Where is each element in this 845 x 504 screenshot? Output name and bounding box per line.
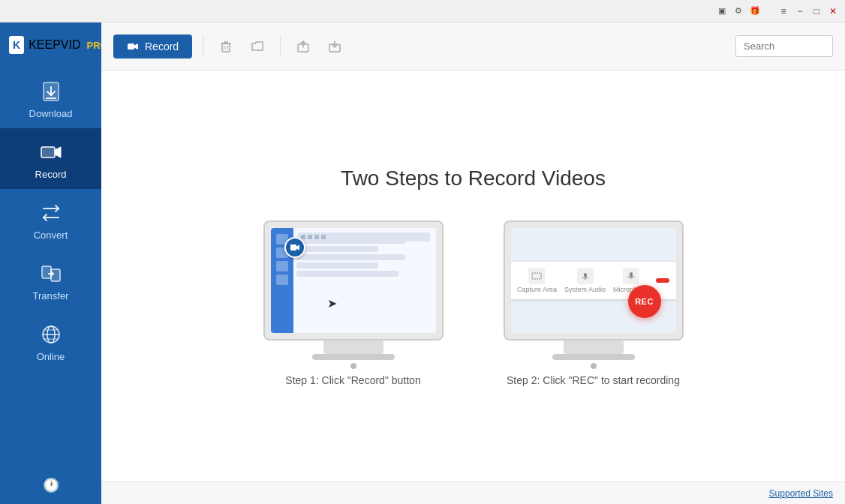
record-badge bbox=[284, 237, 305, 258]
sidebar-item-record-label: Record bbox=[35, 169, 67, 180]
supported-sites-link[interactable]: Supported Sites bbox=[769, 488, 833, 499]
microphone-svg bbox=[627, 272, 636, 280]
cursor-icon: ➤ bbox=[327, 296, 337, 310]
step2-screen-content: Capture Area bbox=[511, 228, 676, 333]
step1-mini-dot-4 bbox=[276, 274, 288, 285]
folder-button[interactable] bbox=[245, 34, 269, 58]
sidebar-item-transfer-label: Transfer bbox=[33, 290, 69, 302]
settings-icon[interactable]: ⚙ bbox=[732, 5, 744, 17]
convert-icon bbox=[39, 201, 63, 225]
sidebar-item-download-label: Download bbox=[29, 108, 73, 119]
svg-rect-3 bbox=[41, 147, 55, 158]
toolbar-mini-btn-2 bbox=[308, 235, 312, 239]
rec-button-label: REC bbox=[635, 297, 654, 306]
step1-item: ➤ bbox=[263, 220, 444, 386]
content-footer: Supported Sites bbox=[101, 482, 845, 504]
logo-brand: KEEPVID bbox=[29, 38, 80, 52]
app-body: K KEEPVID PRO Download Record bbox=[0, 22, 845, 504]
content-line-5 bbox=[296, 271, 399, 277]
step2-monitor: Capture Area bbox=[504, 220, 684, 359]
logo-icon: K bbox=[9, 36, 24, 54]
svg-rect-20 bbox=[584, 273, 587, 278]
content-line-3 bbox=[296, 254, 406, 260]
step1-label: Step 1: Click "Record" button bbox=[285, 374, 420, 386]
capture-area-icon bbox=[528, 268, 545, 284]
toolbar-mini-btn-4 bbox=[321, 235, 326, 239]
step1-screen-content: ➤ bbox=[271, 228, 436, 333]
close-button[interactable]: ✕ bbox=[827, 5, 839, 17]
clock-icon[interactable]: 🕐 bbox=[43, 477, 59, 494]
download-icon bbox=[39, 80, 63, 104]
title-bar: ▣ ⚙ 🎁 ≡ − □ ✕ bbox=[0, 0, 845, 22]
maximize-button[interactable]: □ bbox=[810, 5, 822, 17]
svg-rect-11 bbox=[128, 44, 134, 50]
record-button[interactable]: Record bbox=[113, 34, 192, 58]
folder-icon bbox=[251, 40, 264, 53]
sidebar-bottom: 🕐 bbox=[0, 466, 101, 504]
step2-screen-inner: Capture Area bbox=[511, 228, 676, 333]
system-audio-svg bbox=[581, 272, 590, 280]
sidebar-item-transfer[interactable]: Transfer bbox=[0, 250, 101, 310]
record-btn-icon bbox=[127, 40, 139, 52]
svg-rect-22 bbox=[630, 272, 633, 278]
share-icon bbox=[296, 40, 310, 53]
online-icon bbox=[39, 322, 63, 346]
monitor-stand-1 bbox=[323, 340, 383, 354]
sidebar-item-convert[interactable]: Convert bbox=[0, 189, 101, 250]
monitor-base-2 bbox=[552, 354, 635, 360]
step1-mini-dot-3 bbox=[276, 261, 288, 272]
monitor-base-1 bbox=[312, 354, 395, 360]
toolbar: Record bbox=[101, 22, 845, 70]
import-icon bbox=[328, 40, 341, 53]
main-content: Two Steps to Record Videos bbox=[101, 70, 845, 482]
delete-button[interactable] bbox=[214, 34, 238, 58]
monitor-dot-1 bbox=[350, 363, 356, 369]
record-icon bbox=[39, 140, 63, 164]
search-input[interactable] bbox=[735, 35, 833, 57]
toolbar-mini-btn-3 bbox=[314, 235, 319, 239]
step1-main-mini: ➤ bbox=[293, 228, 436, 333]
import-button[interactable] bbox=[323, 34, 347, 58]
minimize-button[interactable]: − bbox=[794, 5, 806, 17]
content-line-2 bbox=[296, 246, 378, 252]
sidebar-item-record[interactable]: Record bbox=[0, 128, 101, 189]
page-heading: Two Steps to Record Videos bbox=[341, 166, 606, 190]
svg-rect-19 bbox=[532, 273, 541, 279]
app-logo: K KEEPVID PRO bbox=[0, 22, 101, 68]
sidebar-item-online-label: Online bbox=[37, 351, 65, 362]
sidebar-item-download[interactable]: Download bbox=[0, 68, 101, 128]
transfer-icon bbox=[39, 262, 63, 286]
sidebar-item-convert-label: Convert bbox=[34, 230, 68, 241]
sidebar-item-online[interactable]: Online bbox=[0, 310, 101, 371]
toolbar-mini-btn-1 bbox=[301, 235, 305, 239]
step2-label: Step 2: Click "REC" to start recording bbox=[507, 374, 680, 386]
toolbar-separator-1 bbox=[203, 36, 203, 57]
svg-rect-4 bbox=[42, 266, 51, 278]
monitor-stand-2 bbox=[564, 340, 624, 354]
svg-rect-18 bbox=[290, 244, 296, 250]
content-line-4 bbox=[296, 262, 378, 268]
capture-area-svg bbox=[531, 272, 542, 280]
rec-button[interactable]: REC bbox=[628, 285, 661, 318]
steps-container: ➤ bbox=[263, 220, 684, 386]
toolbar-separator-2 bbox=[280, 36, 281, 57]
monitor-dot-2 bbox=[591, 363, 597, 369]
toolbar-mini bbox=[298, 232, 430, 242]
document-icon[interactable]: ▣ bbox=[716, 5, 728, 17]
record-button-label: Record bbox=[145, 40, 179, 52]
system-audio-icon bbox=[577, 268, 594, 284]
record-badge-icon bbox=[290, 242, 300, 253]
microphone-icon bbox=[623, 268, 639, 284]
sidebar: K KEEPVID PRO Download Record bbox=[0, 22, 101, 504]
step1-screen-outer: ➤ bbox=[263, 220, 444, 340]
step2-screen-outer: Capture Area bbox=[504, 220, 684, 340]
svg-rect-12 bbox=[222, 44, 230, 52]
share-button[interactable] bbox=[291, 34, 315, 58]
step1-monitor: ➤ bbox=[263, 220, 444, 359]
step2-item: Capture Area bbox=[504, 220, 684, 386]
menu-icon[interactable]: ≡ bbox=[777, 5, 789, 17]
gift-icon[interactable]: 🎁 bbox=[749, 5, 761, 17]
step1-screen-inner: ➤ bbox=[271, 228, 436, 333]
delete-icon bbox=[219, 40, 233, 53]
system-audio-label: System Audio bbox=[564, 286, 606, 293]
